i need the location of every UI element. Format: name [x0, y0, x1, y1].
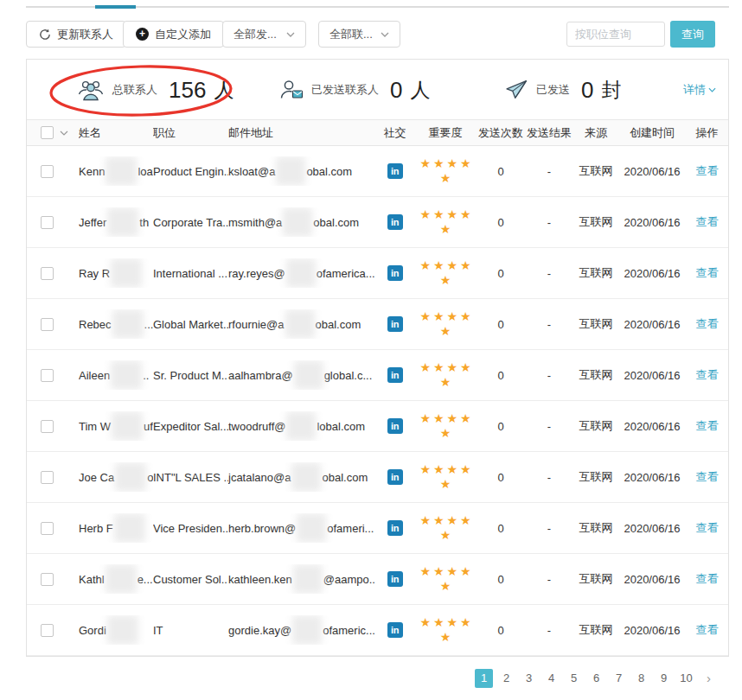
name-visible-part: Rebec — [79, 318, 112, 331]
custom-add-button[interactable]: 自定义添加 — [123, 21, 224, 48]
page-button-10[interactable]: 10 — [677, 669, 695, 688]
row-checkbox[interactable] — [41, 573, 54, 586]
view-link[interactable]: 查看 — [696, 469, 719, 485]
linkedin-icon[interactable]: in — [387, 316, 403, 332]
contact-name: Rebec... — [79, 309, 153, 339]
linkedin-icon[interactable]: in — [387, 469, 403, 485]
star-icon — [447, 156, 458, 171]
page-button-9[interactable]: 9 — [655, 669, 673, 688]
row-checkbox[interactable] — [41, 165, 54, 178]
contact-name: Ray R — [79, 258, 153, 288]
linkedin-icon[interactable]: in — [387, 622, 403, 638]
star-icon — [419, 309, 431, 324]
contact-position: Corporate Tra... — [153, 216, 228, 229]
row-checkbox[interactable] — [41, 420, 54, 433]
importance-stars — [415, 513, 476, 543]
name-visible-part: e... — [138, 573, 153, 586]
page-button-7[interactable]: 7 — [610, 669, 628, 688]
view-link[interactable]: 查看 — [696, 265, 719, 281]
send-status-filter-dropdown[interactable]: 全部发... — [222, 21, 306, 48]
sent-mails-label: 已发送 — [536, 82, 570, 98]
send-count: 0 — [477, 624, 525, 637]
row-checkbox[interactable] — [41, 624, 54, 637]
name-visible-part: Aileen — [79, 369, 110, 382]
contact-type-filter-dropdown[interactable]: 全部联... — [318, 21, 400, 48]
view-link[interactable]: 查看 — [696, 520, 719, 536]
page-button-3[interactable]: 3 — [520, 669, 538, 688]
star-icon — [440, 579, 451, 594]
row-checkbox[interactable] — [41, 369, 54, 382]
row-checkbox[interactable] — [41, 267, 54, 280]
email-visible-part: aalhambra@ — [228, 369, 293, 382]
sent-mails-unit: 封 — [601, 77, 621, 104]
header-action: 操作 — [686, 125, 728, 141]
linkedin-icon[interactable]: in — [387, 367, 403, 383]
select-all-checkbox[interactable] — [41, 126, 54, 139]
redacted-name-blur — [107, 207, 138, 237]
importance-stars — [415, 411, 476, 441]
refresh-button-label: 更新联系人 — [57, 27, 113, 42]
star-icon — [447, 462, 458, 477]
name-visible-part: ... — [144, 318, 153, 331]
details-link[interactable]: 详情 — [683, 60, 716, 120]
page-button-5[interactable]: 5 — [565, 669, 583, 688]
linkedin-icon[interactable]: in — [387, 265, 403, 281]
table-body: Kennloat Product Engin... ksloat@aobal.c… — [27, 146, 728, 656]
view-link[interactable]: 查看 — [696, 163, 719, 179]
view-link[interactable]: 查看 — [696, 316, 719, 332]
page-button-6[interactable]: 6 — [587, 669, 605, 688]
page-button-8[interactable]: 8 — [632, 669, 650, 688]
importance-stars — [415, 309, 476, 339]
position-search-input[interactable] — [566, 22, 665, 47]
linkedin-icon[interactable]: in — [387, 214, 403, 230]
name-visible-part: Joe Ca — [79, 471, 114, 484]
star-icon — [433, 207, 445, 222]
star-icon — [419, 462, 431, 477]
send-count: 0 — [477, 420, 525, 433]
view-link[interactable]: 查看 — [696, 622, 719, 638]
query-button[interactable]: 查询 — [670, 21, 715, 48]
page-button-4[interactable]: 4 — [542, 669, 560, 688]
view-link[interactable]: 查看 — [696, 214, 719, 230]
contact-name: Kathle... — [79, 564, 153, 594]
paper-plane-icon — [504, 80, 528, 100]
header-email: 邮件地址 — [228, 125, 375, 141]
row-checkbox[interactable] — [41, 522, 54, 535]
contact-email: aalhambra@global.c... — [228, 360, 375, 390]
chevron-down-icon[interactable] — [60, 130, 68, 136]
send-result: - — [525, 624, 573, 637]
linkedin-icon[interactable]: in — [387, 163, 403, 179]
email-visible-part: herb.brown@ — [228, 522, 296, 535]
send-count: 0 — [477, 267, 525, 280]
star-icon — [433, 462, 445, 477]
page-button-2[interactable]: 2 — [497, 669, 515, 688]
email-visible-part: jcatalano@a — [228, 471, 291, 484]
header-importance: 重要度 — [414, 125, 477, 141]
redacted-email-blur — [285, 309, 315, 339]
linkedin-icon[interactable]: in — [387, 571, 403, 587]
next-page-button[interactable]: › — [700, 669, 718, 688]
refresh-contacts-button[interactable]: 更新联系人 — [26, 21, 126, 48]
star-icon — [440, 528, 451, 543]
linkedin-icon[interactable]: in — [387, 520, 403, 536]
row-checkbox[interactable] — [41, 216, 54, 229]
redacted-name-blur — [112, 411, 143, 441]
email-visible-part: gordie.kay@ — [228, 624, 291, 637]
view-link[interactable]: 查看 — [696, 571, 719, 587]
view-link[interactable]: 查看 — [696, 418, 719, 434]
star-icon — [433, 615, 445, 630]
star-icon — [419, 513, 431, 528]
row-checkbox[interactable] — [41, 318, 54, 331]
contact-position: Customer Sol... — [153, 573, 228, 586]
linkedin-icon[interactable]: in — [387, 418, 403, 434]
created-time: 2020/06/16 — [618, 267, 686, 280]
star-icon — [447, 360, 458, 375]
view-link[interactable]: 查看 — [696, 367, 719, 383]
name-visible-part: Herb F — [79, 522, 113, 535]
stat-total-contacts: 总联系人 156 人 — [77, 60, 233, 120]
star-icon — [440, 375, 451, 390]
contact-name: Herb F — [79, 513, 153, 543]
email-visible-part: msmith@a — [228, 216, 282, 229]
page-button-1[interactable]: 1 — [475, 669, 493, 688]
row-checkbox[interactable] — [41, 471, 54, 484]
